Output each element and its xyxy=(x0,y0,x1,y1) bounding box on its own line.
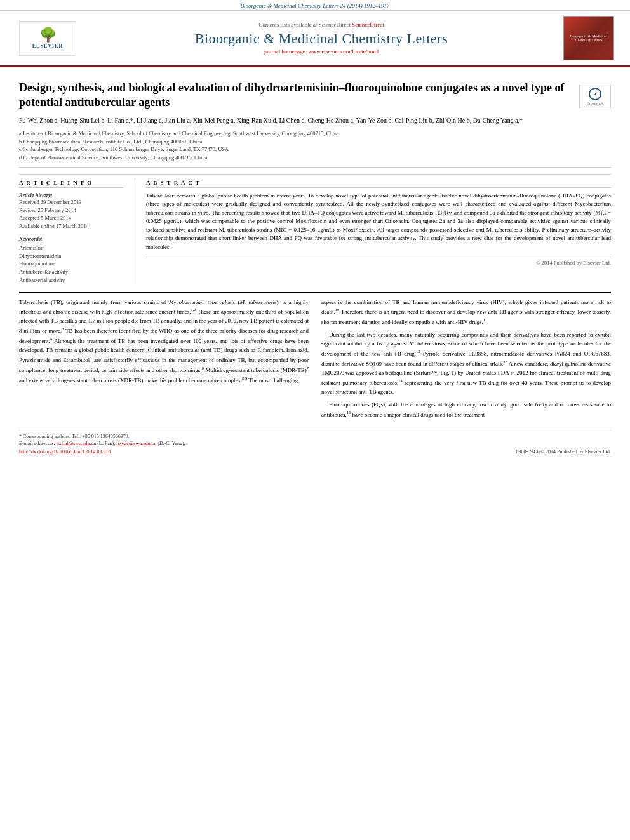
received-date: Received 29 December 2013 xyxy=(19,198,123,206)
keywords-section: Keywords: Artemisinin Dihydroartemisinin… xyxy=(19,236,123,284)
crossmark-icon: ✓ xyxy=(589,88,601,100)
email-link-1[interactable]: hxfml@swu.edu.cn xyxy=(57,441,97,446)
body-para-4: Fluoroquinolones (FQs), with the advanta… xyxy=(321,401,611,420)
crossmark-label: CrossMark xyxy=(587,102,604,105)
body-col-left: Tuberculosis (TB), originated mainly fro… xyxy=(19,298,309,423)
abstract-heading: A B S T R A C T xyxy=(146,180,611,188)
footer: * Corresponding authors. Tel.: +86 816 1… xyxy=(19,430,611,455)
journal-title-area: Contents lists available at ScienceDirec… xyxy=(83,22,560,55)
keywords-label: Keywords: xyxy=(19,236,123,242)
body-para-1: Tuberculosis (TB), originated mainly fro… xyxy=(19,298,309,385)
body-col-right: aspect is the combination of TB and huma… xyxy=(321,298,611,423)
body-columns: Tuberculosis (TB), originated mainly fro… xyxy=(19,298,611,423)
journal-title: Bioorganic & Medicinal Chemistry Letters xyxy=(89,30,554,47)
accepted-date: Accepted 5 March 2014 xyxy=(19,214,123,222)
body-para-2: aspect is the combination of TB and huma… xyxy=(321,298,611,328)
footer-links: http://dx.doi.org/10.1016/j.bmcl.2014.03… xyxy=(19,449,611,455)
article-history-label: Article history: xyxy=(19,192,123,198)
sciencedirect-line: Contents lists available at ScienceDirec… xyxy=(89,22,554,28)
abstract-column: A B S T R A C T Tuberculosis remains a g… xyxy=(146,180,611,284)
journal-homepage: journal homepage: www.elsevier.com/locat… xyxy=(89,48,554,55)
abstract-text: Tuberculosis remains a global public hea… xyxy=(146,192,611,252)
article-title: Design, synthesis, and biological evalua… xyxy=(19,81,573,110)
elsevier-text: ELSEVIER xyxy=(32,43,63,49)
email-link-2[interactable]: hxydc@swu.edu.cn xyxy=(116,441,158,446)
article-info-column: A R T I C L E I N F O Article history: R… xyxy=(19,180,133,284)
keyword-4: Antitubercular activity xyxy=(19,268,123,276)
article-info-heading: A R T I C L E I N F O xyxy=(19,180,123,188)
journal-reference-bar: Bioorganic & Medicinal Chemistry Letters… xyxy=(0,0,630,11)
keyword-1: Artemisinin xyxy=(19,244,123,252)
elsevier-logo-area: 🌳 ELSEVIER xyxy=(13,21,83,56)
available-date: Available online 17 March 2014 xyxy=(19,222,123,230)
body-para-3: During the last two decades, many natura… xyxy=(321,331,611,397)
affiliation-d: d College of Pharmaceutical Science, Sou… xyxy=(19,154,573,162)
homepage-url: www.elsevier.com/locate/bmcl xyxy=(308,48,379,55)
keyword-3: Fluoroquinolone xyxy=(19,260,123,268)
corresponding-text: * Corresponding authors. Tel.: +86 816 1… xyxy=(19,434,130,439)
corresponding-note: * Corresponding authors. Tel.: +86 816 1… xyxy=(19,434,611,439)
elsevier-logo: 🌳 ELSEVIER xyxy=(19,21,76,56)
affiliation-a: a Institute of Bioorganic & Medicinal Ch… xyxy=(19,130,573,138)
affiliation-b: b Chongqing Pharmaceutical Research Inst… xyxy=(19,138,573,146)
journal-header: 🌳 ELSEVIER Contents lists available at S… xyxy=(0,11,630,67)
article-info-abstract-section: A R T I C L E I N F O Article history: R… xyxy=(19,174,611,284)
cover-image-area: Bioorganic & Medicinal Chemistry Letters xyxy=(560,16,617,60)
keyword-2: Dihydroartemisinin xyxy=(19,252,123,260)
journal-ref-text: Bioorganic & Medicinal Chemistry Letters… xyxy=(241,3,390,9)
article-authors: Fu-Wei Zhou a, Huang-Shu Lei b, Li Fan a… xyxy=(19,116,573,126)
article-title-section: Design, synthesis, and biological evalua… xyxy=(19,74,611,168)
elsevier-tree-icon: 🌳 xyxy=(39,28,57,42)
issn-text: 0960-894X/© 2014 Published by Elsevier L… xyxy=(516,449,611,455)
affiliations: a Institute of Bioorganic & Medicinal Ch… xyxy=(19,130,573,162)
main-content: Design, synthesis, and biological evalua… xyxy=(0,67,630,462)
affiliation-c: c Schlumberger Technology Corporation, 1… xyxy=(19,145,573,154)
copyright-line: © 2014 Published by Elsevier Ltd. xyxy=(146,257,611,266)
journal-cover-image: Bioorganic & Medicinal Chemistry Letters xyxy=(563,16,614,60)
email-note: E-mail addresses: hxfml@swu.edu.cn (L. F… xyxy=(19,441,611,446)
body-section: Tuberculosis (TB), originated mainly fro… xyxy=(19,292,611,423)
keyword-5: Antibacterial activity xyxy=(19,276,123,284)
crossmark-badge[interactable]: ✓ CrossMark xyxy=(579,84,611,109)
doi-link[interactable]: http://dx.doi.org/10.1016/j.bmcl.2014.03… xyxy=(19,449,111,455)
revised-date: Revised 25 February 2014 xyxy=(19,206,123,215)
sciencedirect-link[interactable]: ScienceDirect xyxy=(352,22,384,28)
article-title-area: Design, synthesis, and biological evalua… xyxy=(19,81,573,162)
